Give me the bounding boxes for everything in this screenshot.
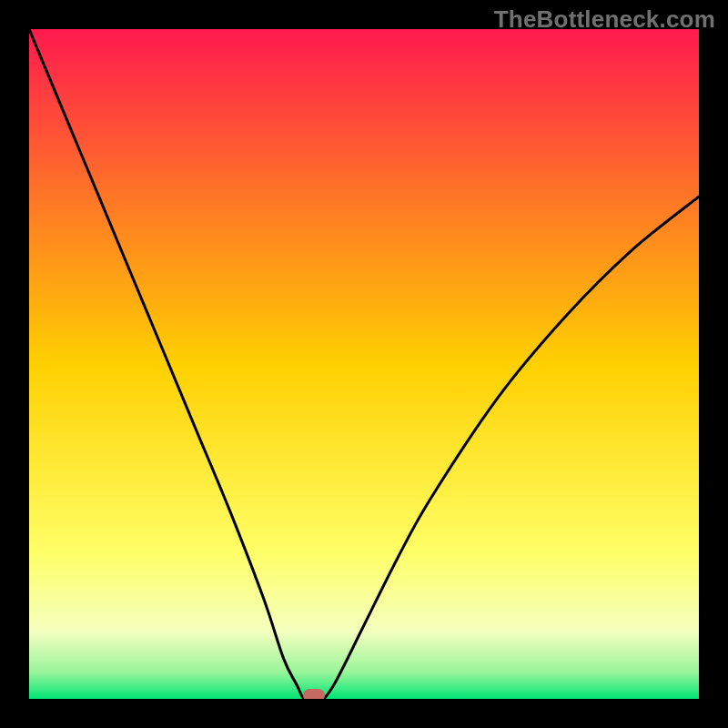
plot-area (29, 29, 699, 699)
optimal-marker (303, 689, 325, 699)
gradient-background (29, 29, 699, 699)
outer-frame: TheBottleneck.com (0, 0, 728, 728)
chart-svg (29, 29, 699, 699)
